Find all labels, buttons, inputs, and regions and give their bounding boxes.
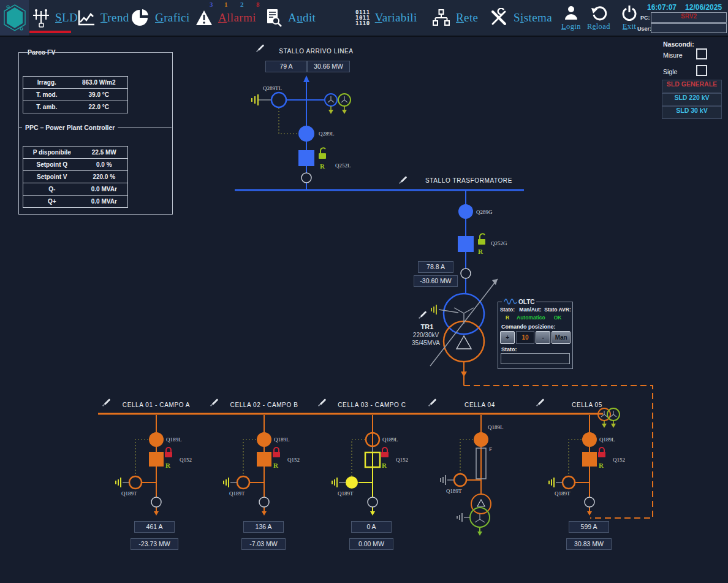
- earth-switch-q289tl[interactable]: [271, 93, 286, 107]
- tab-allarmi-label: Allarmi: [218, 11, 256, 25]
- tag-c4-fuse: F: [489, 446, 492, 452]
- edit-pencil-cell2[interactable]: [210, 397, 219, 407]
- user-input[interactable]: [651, 23, 727, 33]
- tab-audit[interactable]: Audit: [265, 0, 316, 36]
- breaker-c2-q152[interactable]: [257, 452, 271, 467]
- tab-rete-label: Rete: [456, 11, 478, 25]
- cell2-title: CELLA 02 - CAMPO B: [230, 402, 298, 408]
- measure-arrivo-amps: 79 A: [265, 61, 307, 72]
- cell-04: [441, 415, 491, 536]
- racked-label-q252l: R: [320, 162, 325, 170]
- table-row: Q-0.0 MVAr: [23, 183, 128, 196]
- bay-title-arrivo: STALLO ARRIVO LINEA: [279, 48, 353, 55]
- earth-switch-c4-q189t[interactable]: [454, 474, 466, 486]
- edit-pencil-cell4[interactable]: [428, 397, 438, 407]
- tab-sistema[interactable]: Sistema: [489, 0, 552, 36]
- clock: 16:07:07 12/06/2025: [647, 3, 722, 12]
- sld-30kv-button[interactable]: SLD 30 kV: [662, 106, 722, 119]
- measure-c2-amps: 136 A: [243, 521, 284, 533]
- exit-button[interactable]: Exit: [621, 0, 637, 36]
- disconnector-q289l[interactable]: [298, 126, 314, 142]
- misure-checkbox[interactable]: [696, 48, 707, 59]
- tap-raise-button[interactable]: +: [500, 331, 515, 344]
- hide-title: Nascondi:: [663, 40, 694, 48]
- measure-arrivo-mw: 30.66 MW: [307, 61, 350, 72]
- ppc-title-row: PPC – Power Plant Controller: [18, 124, 172, 131]
- padlock-open-q252g: [478, 239, 485, 245]
- sld-220kv-button[interactable]: SLD 220 kV: [662, 93, 722, 106]
- table-row: Irragg.863.0 W/m2: [23, 77, 128, 89]
- measure-c2-mw: -7.03 MW: [241, 538, 286, 550]
- breaker-q252g[interactable]: [458, 236, 474, 252]
- tag-c5-q152: Q152: [613, 457, 625, 463]
- earth-switch-c5-q189t[interactable]: [563, 476, 575, 489]
- tab-rete[interactable]: Rete: [431, 0, 478, 36]
- measure-c5-amps: 599 A: [569, 521, 609, 533]
- disconnector-c1-q189l[interactable]: [149, 432, 164, 447]
- breaker-q252l[interactable]: [298, 150, 314, 166]
- tab-grafici[interactable]: Grafici: [131, 0, 190, 36]
- measure-c3-mw: 0.00 MW: [349, 538, 393, 550]
- disconnector-c2-q189l[interactable]: [257, 432, 271, 447]
- oltc-stato-input[interactable]: [501, 353, 570, 364]
- oltc-stato2-label: Stato:: [501, 346, 572, 352]
- edit-pencil-trafo-bay[interactable]: [398, 175, 408, 185]
- hide-misure-label: Misure: [663, 51, 683, 59]
- racked-c2: R: [273, 462, 278, 469]
- tag-q252g: Q252G: [491, 240, 507, 246]
- login-button[interactable]: Login: [561, 0, 581, 36]
- ppc-table: P disponibile22.5 MW Setpoint Q0.0 % Set…: [23, 146, 128, 208]
- tab-trend-label: Trend: [100, 11, 129, 25]
- sld-generale-button[interactable]: SLD GENERALE: [662, 80, 722, 93]
- earth-switch-c2-q189t[interactable]: [237, 476, 249, 489]
- hide-sigle-label: Sigle: [663, 68, 677, 75]
- time-value: 16:07:07: [647, 3, 677, 12]
- racked-label-q252g: R: [478, 248, 483, 255]
- tag-q289g: Q289G: [476, 209, 493, 215]
- tag-c3-q189l: Q189L: [382, 436, 398, 443]
- earth-switch-c3-q189t[interactable]: [346, 476, 358, 489]
- tap-lower-button[interactable]: -: [536, 331, 550, 344]
- measure-trafo-amps: 78.8 A: [418, 261, 453, 273]
- tag-c5-q189t: Q189T: [555, 490, 571, 497]
- parco-fv-table: Irragg.863.0 W/m2 T. mod.39.0 °C T. amb.…: [23, 76, 128, 113]
- disconnector-q289g[interactable]: [458, 204, 473, 219]
- disconnector-c4-q189l[interactable]: [474, 432, 488, 447]
- edit-pencil-cell1[interactable]: [102, 397, 112, 407]
- measure-c3-amps: 0 A: [351, 521, 392, 533]
- oltc-avr-value: OK: [544, 314, 571, 321]
- tag-c2-q152: Q152: [287, 457, 300, 463]
- aux-transformer-mv[interactable]: [471, 494, 491, 514]
- padlock-closed-c2: [273, 452, 280, 457]
- edit-pencil-tr1[interactable]: [418, 310, 428, 319]
- cell-01: [116, 415, 172, 516]
- oltc-stato-value: R: [498, 314, 517, 321]
- tag-c2-q189t: Q189T: [229, 490, 245, 497]
- edit-pencil-cell5[interactable]: [536, 397, 545, 407]
- measure-c1-amps: 461 A: [134, 521, 175, 533]
- table-row: Setpoint V220.0 %: [23, 171, 128, 183]
- tab-variabili[interactable]: 0111 1011 1110 Variabili: [355, 0, 417, 36]
- tab-trend[interactable]: Trend: [76, 0, 129, 36]
- tag-c4-q189t: Q189T: [446, 488, 462, 494]
- padlock-open-q252l: [319, 153, 326, 159]
- tag-c3-q189t: Q189T: [338, 490, 354, 497]
- table-row: T. mod.39.0 °C: [23, 89, 128, 101]
- reload-button[interactable]: Reload: [587, 0, 610, 36]
- edit-pencil-arrivo[interactable]: [256, 43, 265, 53]
- padlock-closed-c5: [598, 452, 605, 457]
- tab-allarmi[interactable]: 3 1 2 8 Allarmi: [195, 0, 256, 36]
- top-menu-bar: SLD Trend Grafici 3 1 2 8: [0, 0, 728, 37]
- racked-c3: R: [382, 462, 387, 469]
- earth-switch-c1-q189t[interactable]: [129, 476, 142, 489]
- oltc-title: OLTC: [518, 299, 534, 305]
- oltc-col-manaut: Man/Aut:: [517, 307, 544, 313]
- sigle-checkbox[interactable]: [696, 65, 707, 76]
- breaker-c1-q152[interactable]: [149, 452, 164, 467]
- breaker-c5-q152[interactable]: [582, 452, 597, 467]
- tab-sld[interactable]: SLD: [32, 0, 78, 36]
- manual-mode-button[interactable]: Man: [552, 331, 571, 344]
- edit-pencil-cell3[interactable]: [317, 397, 327, 407]
- disconnector-c5-q189l[interactable]: [582, 432, 597, 447]
- tab-sld-label: SLD: [55, 11, 78, 25]
